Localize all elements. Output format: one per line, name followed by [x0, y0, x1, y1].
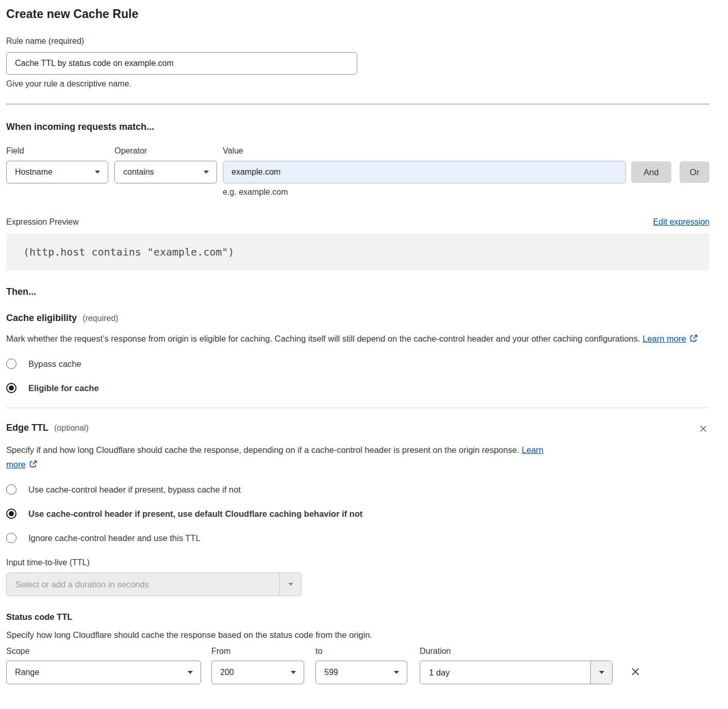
- ttl-input-label: Input time-to-live (TTL): [6, 558, 709, 567]
- scope-select-value: Range: [15, 668, 39, 677]
- scope-label: Scope: [6, 647, 201, 656]
- expression-preview-label: Expression Preview: [6, 217, 79, 227]
- field-select-value: Hostname: [15, 167, 53, 177]
- edit-expression-link[interactable]: Edit expression: [653, 217, 709, 227]
- edge-ttl-option-bypass[interactable]: Use cache-control header if present, byp…: [6, 484, 709, 495]
- edge-ttl-option-ignore[interactable]: Ignore cache-control header and use this…: [6, 533, 709, 543]
- status-code-ttl-row: Scope Range From 200 to 599 Duration 1 d…: [6, 647, 709, 684]
- cache-eligibility-heading: Cache eligibility: [6, 313, 77, 324]
- bypass-cache-label: Bypass cache: [28, 359, 81, 369]
- scope-select[interactable]: Range: [6, 661, 201, 684]
- close-icon: [698, 424, 708, 434]
- edge-ttl-optional-badge: (optional): [54, 424, 89, 433]
- edge-ttl-option-default[interactable]: Use cache-control header if present, use…: [6, 509, 709, 519]
- chevron-down-icon: [188, 671, 193, 674]
- external-link-icon: [29, 460, 38, 468]
- chevron-down-icon: [394, 671, 399, 674]
- from-select[interactable]: 200: [211, 661, 304, 684]
- edge-ttl-option-default-label: Use cache-control header if present, use…: [28, 509, 362, 519]
- radio-selected-icon[interactable]: [6, 509, 16, 519]
- from-select-value: 200: [220, 668, 234, 677]
- or-button[interactable]: Or: [680, 161, 709, 183]
- rule-name-helper: Give your rule a descriptive name.: [6, 79, 709, 89]
- edge-ttl-options: Use cache-control header if present, byp…: [6, 484, 709, 543]
- chevron-down-icon: [291, 671, 296, 674]
- operator-label: Operator: [114, 146, 217, 156]
- close-icon: [630, 666, 641, 678]
- remove-status-ttl-button[interactable]: [628, 665, 642, 679]
- external-link-icon: [689, 334, 698, 343]
- rule-name-label: Rule name (required): [6, 37, 709, 46]
- section-divider: [6, 408, 709, 408]
- ttl-duration-dropdown-button[interactable]: [279, 573, 301, 596]
- status-code-ttl-description: Specify how long Cloudflare should cache…: [6, 630, 709, 640]
- duration-select[interactable]: 1 day: [420, 661, 613, 684]
- cache-eligibility-learn-more-link[interactable]: Learn more: [642, 334, 686, 343]
- from-label: From: [211, 647, 304, 656]
- value-label: Value: [223, 146, 626, 156]
- operator-select[interactable]: contains: [114, 161, 217, 183]
- edge-ttl-description-text: Specify if and how long Cloudflare shoul…: [6, 445, 519, 454]
- duration-dropdown-button[interactable]: [590, 661, 612, 684]
- to-label: to: [316, 647, 407, 656]
- eligible-for-cache-option[interactable]: Eligible for cache: [6, 383, 709, 393]
- then-heading: Then...: [6, 286, 709, 297]
- match-heading: When incoming requests match...: [6, 122, 709, 132]
- value-input[interactable]: [223, 161, 626, 183]
- and-button[interactable]: And: [631, 161, 671, 183]
- radio-unselected-icon[interactable]: [6, 484, 16, 495]
- match-expression-row: Field Hostname Operator contains Value A…: [6, 146, 709, 183]
- edge-ttl-close-button[interactable]: [697, 423, 709, 435]
- edge-ttl-option-ignore-label: Ignore cache-control header and use this…: [28, 533, 201, 543]
- chevron-down-icon: [599, 671, 604, 674]
- bypass-cache-option[interactable]: Bypass cache: [6, 359, 709, 369]
- radio-selected-icon[interactable]: [6, 383, 16, 393]
- radio-unselected-icon[interactable]: [6, 533, 16, 543]
- cache-eligibility-description-text: Mark whether the request’s response from…: [6, 334, 640, 343]
- status-code-ttl-heading: Status code TTL: [6, 612, 709, 622]
- ttl-duration-placeholder: Select or add a duration in seconds: [7, 573, 279, 596]
- create-cache-rule-form: Create new Cache Rule Rule name (require…: [0, 0, 728, 699]
- edge-ttl-heading: Edge TTL: [6, 423, 48, 433]
- rule-name-input[interactable]: [6, 52, 357, 75]
- section-divider: [6, 104, 709, 105]
- chevron-down-icon: [204, 171, 209, 174]
- duration-label: Duration: [420, 647, 613, 656]
- chevron-down-icon: [288, 583, 293, 586]
- eligible-for-cache-label: Eligible for cache: [28, 383, 99, 393]
- cache-eligibility-required-badge: (required): [82, 314, 118, 323]
- to-select-value: 599: [324, 668, 338, 677]
- expression-preview-code: (http.host contains "example.com"): [6, 233, 709, 271]
- to-select[interactable]: 599: [316, 661, 407, 684]
- radio-unselected-icon[interactable]: [6, 359, 16, 369]
- operator-select-value: contains: [123, 167, 154, 177]
- edge-ttl-option-bypass-label: Use cache-control header if present, byp…: [28, 485, 241, 495]
- cache-eligibility-description: Mark whether the request’s response from…: [6, 331, 700, 346]
- ttl-duration-select[interactable]: Select or add a duration in seconds: [6, 572, 302, 596]
- cache-eligibility-options: Bypass cache Eligible for cache: [6, 359, 709, 393]
- field-select[interactable]: Hostname: [6, 161, 108, 183]
- field-label: Field: [6, 146, 108, 156]
- duration-select-value: 1 day: [420, 661, 590, 684]
- value-helper: e.g. example.com: [223, 188, 709, 197]
- edge-ttl-description: Specify if and how long Cloudflare shoul…: [6, 443, 563, 471]
- chevron-down-icon: [95, 171, 100, 174]
- page-title: Create new Cache Rule: [6, 7, 709, 21]
